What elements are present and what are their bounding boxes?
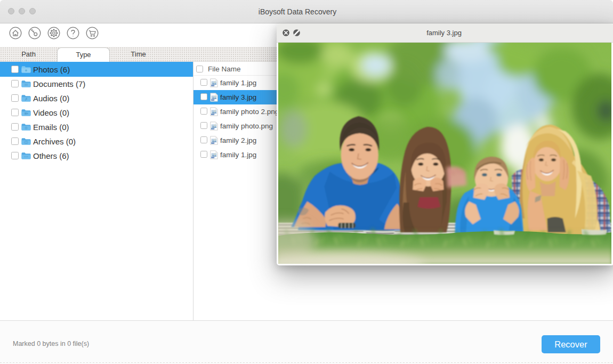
svg-text:JPEG: JPEG	[211, 99, 215, 101]
svg-text:JPEG: JPEG	[211, 84, 215, 86]
svg-text:JPEG: JPEG	[211, 156, 215, 158]
svg-text:JPEG: JPEG	[211, 142, 215, 144]
svg-text:PNG: PNG	[211, 113, 215, 115]
svg-text:PNG: PNG	[211, 127, 215, 130]
